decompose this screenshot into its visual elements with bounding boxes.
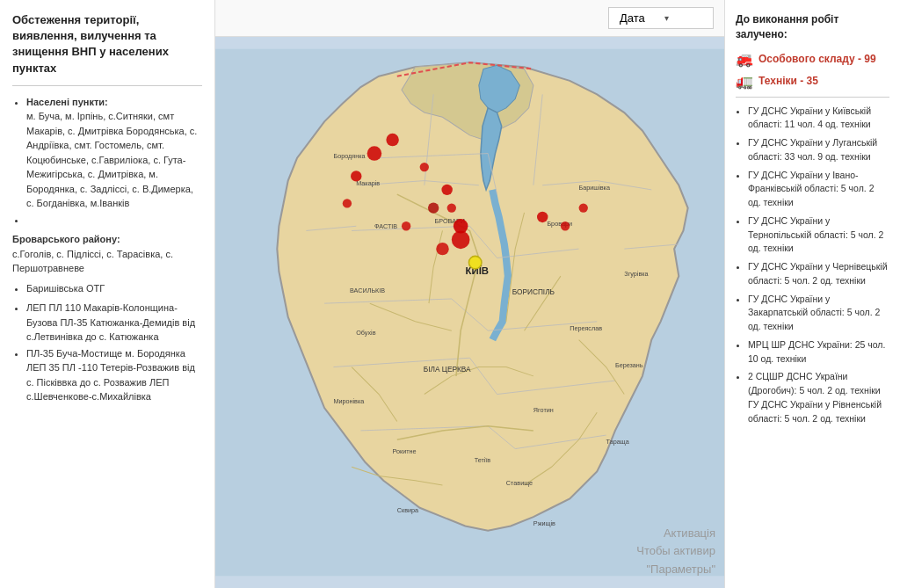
brovary-text: с.Гоголів, с. Підліссі, с. Тарасівка, с.… (12, 249, 173, 274)
svg-point-27 (441, 185, 452, 195)
personnel-icon: 🚒 (736, 51, 753, 68)
svg-text:Згурівка: Згурівка (624, 270, 649, 278)
svg-point-31 (343, 199, 352, 207)
svg-point-36 (452, 230, 470, 249)
svg-text:Ставище: Ставище (506, 479, 533, 487)
unit-item-0: ГУ ДСНС України у Київській області: 11 … (748, 105, 889, 133)
svg-text:Переяслав: Переяслав (570, 324, 602, 332)
svg-point-34 (579, 203, 588, 212)
left-panel-title: Обстеження території, виявлення, вилучен… (12, 12, 202, 76)
svg-point-23 (367, 146, 382, 161)
brovary-label: Броварського району: (12, 234, 120, 244)
date-dropdown[interactable]: Дата ▾ (608, 7, 714, 29)
map-svg: КИЇВ БОРИСПІЛЬ БРОВАPИ БІЛА ЦЕРКВА ФАСТІ… (215, 37, 724, 588)
empty-bullet (26, 213, 202, 228)
unit-item-1: ГУ ДСНС України у Луганській області: 33… (748, 136, 889, 164)
svg-point-28 (447, 203, 456, 212)
lep-item-2: ПЛ-35 Буча-Мостище м. Бородянка ЛЕП 35 П… (26, 346, 202, 404)
svg-point-25 (386, 134, 398, 146)
units-list: ГУ ДСНС України у Київській області: 11 … (736, 105, 889, 426)
svg-text:Тетіїв: Тетіїв (475, 456, 491, 464)
svg-text:Миронівка: Миронівка (333, 397, 365, 405)
settlement-section-label: Населені пункти: (26, 97, 108, 107)
settlements-list: Населені пункти: м. Буча, м. Ірпінь, с.С… (12, 95, 202, 228)
equipment-stat: 🚛 Техніки - 35 (736, 73, 889, 90)
lep-item-1: ЛЕП ПЛ 110 Макарів-Колонщина-Бузова ПЛ-3… (26, 301, 202, 345)
equipment-label: Техніки - 35 (758, 75, 818, 87)
unit-item-5: ГУ ДСНС України у Закарпатській області:… (748, 293, 889, 334)
svg-text:Рокитне: Рокитне (393, 447, 417, 455)
personnel-text: Особового складу - 99 (758, 53, 876, 65)
svg-text:Бородянка: Бородянка (333, 152, 366, 160)
svg-text:Обухів: Обухів (356, 329, 375, 337)
unit-item-7: 2 СЦШР ДСНС України (Дрогобич): 5 чол. 2… (748, 370, 889, 425)
svg-text:БІЛА ЦЕРКВА: БІЛА ЦЕРКВА (424, 366, 471, 374)
otg-list: Баришівська ОТГ (12, 281, 202, 296)
brovary-section: Броварського району: с.Гоголів, с. Підлі… (12, 232, 202, 276)
map-container: КИЇВ БОРИСПІЛЬ БРОВАPИ БІЛА ЦЕРКВА ФАСТІ… (215, 37, 724, 588)
svg-point-37 (436, 243, 448, 255)
equipment-text: Техніки - 35 (758, 75, 818, 87)
divider-1 (12, 85, 202, 86)
right-panel: До виконання робіт залучено: 🚒 Особового… (724, 0, 900, 588)
lep-list: ЛЕП ПЛ 110 Макарів-Колонщина-Бузова ПЛ-3… (12, 301, 202, 404)
top-bar: Дата ▾ (215, 0, 724, 37)
svg-text:БОРИСПІЛЬ: БОРИСПІЛЬ (512, 288, 555, 296)
svg-point-26 (420, 163, 429, 171)
svg-point-32 (537, 212, 548, 222)
date-label: Дата (620, 11, 657, 25)
left-panel: Обстеження території, виявлення, вилучен… (0, 0, 215, 588)
chevron-down-icon: ▾ (664, 13, 702, 23)
right-divider (736, 97, 889, 98)
equipment-icon: 🚛 (736, 73, 753, 90)
svg-text:Тараща: Тараща (606, 438, 630, 446)
unit-item-2: ГУ ДСНС України у Івано-Франківській обл… (748, 169, 889, 210)
svg-text:Сквира: Сквира (397, 506, 419, 514)
unit-item-4: ГУ ДСНС України у Чернівецькій області: … (748, 260, 889, 288)
personnel-stat: 🚒 Особового складу - 99 (736, 51, 889, 68)
settlement-text: м. Буча, м. Ірпінь, с.Ситняки, смт Макар… (26, 111, 197, 208)
svg-point-35 (468, 256, 481, 268)
svg-point-33 (561, 221, 570, 230)
unit-item-6: МРЦ ШР ДСНС України: 25 чол. 10 од. техн… (748, 338, 889, 367)
svg-point-24 (351, 171, 361, 181)
right-panel-title: До виконання робіт залучено: (736, 12, 889, 42)
svg-point-30 (402, 221, 410, 230)
settlement-label: Населені пункти: м. Буча, м. Ірпінь, с.С… (26, 95, 202, 211)
svg-text:Ржищів: Ржищів (533, 519, 555, 527)
svg-text:Баришівка: Баришівка (579, 184, 611, 192)
unit-item-3: ГУ ДСНС України у Тернопільській області… (748, 214, 889, 256)
otg-item: Баришівська ОТГ (26, 281, 202, 296)
center-area: Дата ▾ (215, 0, 724, 588)
svg-point-38 (428, 202, 439, 213)
svg-text:Яготин: Яготин (533, 406, 554, 414)
svg-text:Березань: Березань (615, 361, 643, 369)
svg-text:ФАСТІВ: ФАСТІВ (374, 222, 397, 230)
svg-text:ВАСИЛЬКІВ: ВАСИЛЬКІВ (350, 287, 385, 294)
personnel-label: Особового складу - 99 (758, 53, 876, 65)
